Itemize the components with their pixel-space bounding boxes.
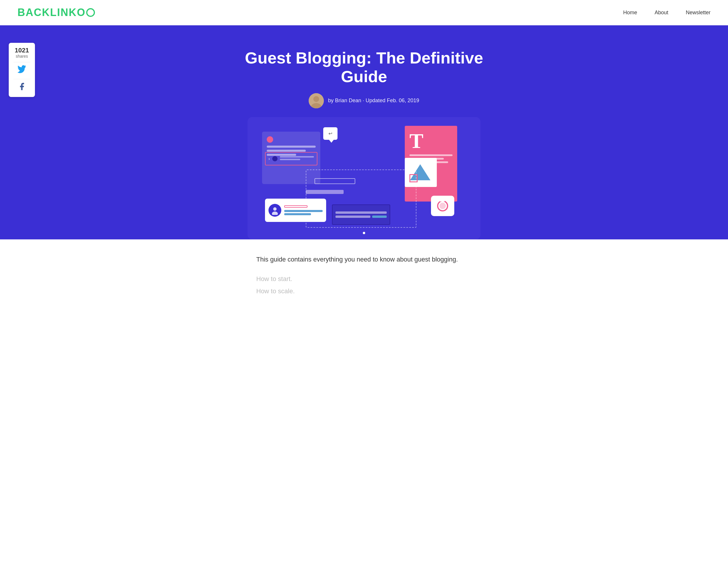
- share-divider2: [14, 79, 30, 79]
- illus-cmd-box: ›: [265, 152, 317, 166]
- twitter-share-button[interactable]: [14, 65, 30, 76]
- illus-pink-line: [410, 154, 452, 156]
- hero-illustration: › ↩ T: [248, 117, 480, 239]
- illus-speech-bubble: ↩: [323, 127, 338, 140]
- facebook-share-button[interactable]: [14, 82, 30, 93]
- illus-line: [267, 146, 316, 148]
- illus-cmd-line: [280, 156, 314, 157]
- svg-point-3: [273, 207, 277, 211]
- site-header: BACKLINKO Home About Newsletter: [0, 0, 728, 25]
- illus-dot-indicator: [363, 232, 365, 234]
- nav-home[interactable]: Home: [623, 9, 637, 16]
- nav-newsletter[interactable]: Newsletter: [686, 9, 710, 16]
- share-count: 1021: [14, 47, 30, 54]
- illus-camera-bump: [440, 199, 445, 202]
- illus-cmd-lines: [280, 156, 314, 161]
- toc-item-2: How to scale.: [256, 287, 472, 295]
- illus-tray-line-blue: [372, 216, 387, 218]
- illus-tray-line: [335, 211, 387, 214]
- illustration-wrap: › ↩ T: [248, 117, 480, 239]
- illus-dot: [267, 136, 273, 143]
- logo-circle-icon: [86, 8, 95, 17]
- illus-author-line-pink: [284, 205, 308, 208]
- illus-tray-line: [335, 216, 370, 218]
- illus-camera-lens: [437, 200, 448, 211]
- author-meta: by Brian Dean · Updated Feb. 06, 2019: [18, 93, 710, 108]
- illus-line: [267, 150, 306, 152]
- nav-about[interactable]: About: [655, 9, 668, 16]
- illus-author-card: [265, 199, 326, 222]
- illus-cmd-dot: [272, 156, 278, 161]
- illus-camera-icon: [431, 196, 454, 216]
- article-body: This guide contains everything you need …: [239, 239, 489, 317]
- illus-arrow-icon: ›: [268, 156, 270, 161]
- author-byline: by Brian Dean · Updated Feb. 06, 2019: [328, 98, 419, 104]
- svg-point-4: [272, 211, 278, 215]
- share-divider: [14, 62, 30, 62]
- author-avatar: [309, 93, 324, 108]
- toc-item-1: How to start.: [256, 275, 472, 283]
- share-widget: 1021 shares: [9, 43, 35, 97]
- illus-author-lines: [284, 205, 323, 215]
- share-label: shares: [14, 54, 30, 58]
- illus-author-line-blue: [284, 210, 323, 212]
- bubble-arrow-icon: ↩: [329, 131, 332, 136]
- main-nav: Home About Newsletter: [623, 9, 710, 16]
- svg-point-1: [313, 96, 319, 102]
- intro-paragraph: This guide contains everything you need …: [256, 254, 472, 265]
- illus-cmd-line: [280, 159, 300, 160]
- article-header: Guest Blogging: The Definitive Guide by …: [18, 43, 710, 117]
- article-title: Guest Blogging: The Definitive Guide: [233, 49, 495, 86]
- hero-section: 1021 shares Guest Blogging: The Definiti…: [0, 25, 728, 239]
- logo-text: BACKLINKO: [18, 6, 86, 18]
- illus-avatar-circle: [268, 204, 281, 217]
- site-logo[interactable]: BACKLINKO: [18, 6, 95, 19]
- illus-file-tray: [332, 204, 390, 225]
- illus-author-line-blue2: [284, 213, 311, 215]
- illus-t-letter: T: [410, 130, 452, 151]
